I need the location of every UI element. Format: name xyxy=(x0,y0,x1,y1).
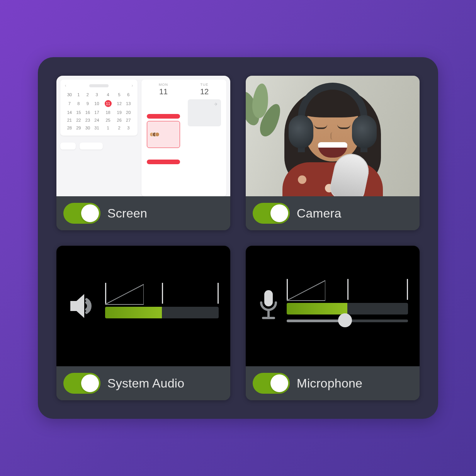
svg-rect-2 xyxy=(264,290,273,306)
camera-label: Camera xyxy=(297,206,342,221)
microphone-level xyxy=(287,279,408,333)
microphone-toggle[interactable] xyxy=(253,373,290,394)
svg-marker-5 xyxy=(287,280,325,301)
camera-toggle[interactable] xyxy=(253,203,290,224)
speaker-icon xyxy=(68,291,98,321)
camera-preview xyxy=(246,76,420,196)
system-audio-level-fill xyxy=(105,307,162,318)
screen-card: ‹ › 30123456 78910111213 14151617181920 … xyxy=(56,76,230,230)
system-audio-card: System Audio xyxy=(56,246,230,400)
airplane-icon: ✈ xyxy=(214,102,218,107)
microphone-label: Microphone xyxy=(297,376,362,391)
calendar-event xyxy=(147,114,180,119)
system-audio-toggle[interactable] xyxy=(63,373,100,394)
screen-toggle[interactable] xyxy=(63,203,100,224)
microphone-card: Microphone xyxy=(246,246,420,400)
day-header: TUE xyxy=(188,83,221,87)
screen-label: Screen xyxy=(107,206,147,221)
microphone-preview xyxy=(246,246,420,366)
chevron-left-icon: ‹ xyxy=(65,83,66,88)
mini-calendar: ‹ › 30123456 78910111213 14151617181920 … xyxy=(60,80,138,136)
calendar-event: ✈ xyxy=(188,99,221,126)
camera-card: Camera xyxy=(246,76,420,230)
day-number: 12 xyxy=(188,87,221,96)
calendar-event xyxy=(147,160,180,164)
svg-marker-0 xyxy=(70,294,84,318)
system-audio-label: System Audio xyxy=(107,376,184,391)
system-audio-level xyxy=(105,283,219,329)
calendar-day-view: MON 11 TUE 12 ✈ xyxy=(141,80,226,196)
day-number: 11 xyxy=(147,87,180,96)
system-audio-preview xyxy=(56,246,230,366)
microphone-gain-slider[interactable] xyxy=(287,318,408,323)
calendar-event xyxy=(147,121,180,148)
day-header: MON xyxy=(147,83,180,87)
microphone-level-fill xyxy=(287,303,347,314)
svg-marker-1 xyxy=(105,284,144,304)
microphone-icon xyxy=(257,289,280,323)
recording-sources-panel: ‹ › 30123456 78910111213 14151617181920 … xyxy=(38,57,438,419)
chevron-right-icon: › xyxy=(132,83,133,88)
person-illustration xyxy=(275,81,391,196)
screen-preview: ‹ › 30123456 78910111213 14151617181920 … xyxy=(56,76,230,196)
